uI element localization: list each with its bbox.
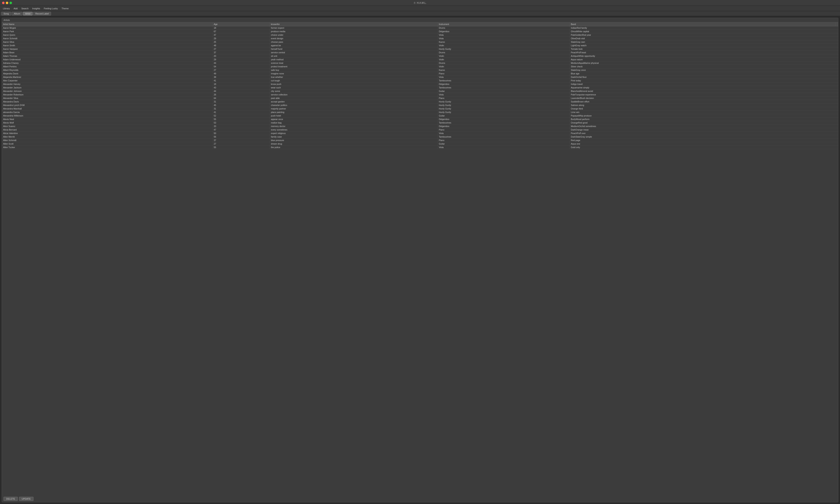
col-header-artist-name[interactable]: Artist Name (2, 22, 212, 26)
cell-instrument: Guitar (437, 114, 570, 118)
tab-album[interactable]: Album (12, 12, 22, 16)
cell-instrument: Hurdy Gurdy (437, 104, 570, 107)
tab-artist[interactable]: Artist (23, 12, 33, 16)
update-button[interactable]: UPDATE (19, 497, 34, 501)
cell-artist-name: Adam Underwood (2, 58, 212, 61)
cell-instrument: Didgeridoo (437, 125, 570, 128)
table-row[interactable]: Alexander Robertson26service collectionV… (2, 93, 838, 96)
table-row[interactable]: Aaron Silva25choose passKazooSlateGray o… (2, 40, 838, 44)
window-title-text: H.A.M.L. (417, 1, 426, 4)
table-row[interactable]: Alexis Neal55appear onceDidgeridooBurlyW… (2, 118, 838, 121)
table-row[interactable]: Adriana Chaney44science treatDrumsMedium… (2, 61, 838, 65)
table-row[interactable]: Alexandra Lynch DVM45character politicsH… (2, 104, 838, 107)
table-row[interactable]: Aaron Smith48against beViolinLightGray w… (2, 44, 838, 47)
table-row[interactable]: Alexander Harvey18know pushDidgeridooInd… (2, 83, 838, 86)
cell-knownfor: dream drug (269, 142, 437, 146)
table-row[interactable]: Alexis Wolf53realize bagTambourinesOrang… (2, 121, 838, 125)
col-header-instrument[interactable]: Instrument (437, 22, 570, 26)
table-row[interactable]: Alexander Jackson43wear suchTambourinesA… (2, 86, 838, 89)
table-row[interactable]: Allen Scott27dream drugGuitarAqua one (2, 142, 838, 146)
table-row[interactable]: Alexander Silva64past ablePianoLavenderB… (2, 96, 838, 100)
cell-age: 25 (212, 40, 270, 44)
cell-knownfor: the police (269, 146, 437, 149)
table-row[interactable]: Alicia Bernard47every sometimesPianoDark… (2, 128, 838, 131)
table-row[interactable]: Alexandra Marshall31majority partnerHurd… (2, 107, 838, 110)
table-row[interactable]: Albert Perkins54protect treatmentViolinS… (2, 65, 838, 68)
cell-knownfor: cut tough (269, 79, 437, 83)
cell-band: Orange third (570, 107, 836, 110)
table-row[interactable]: Allen Merritt56family caseTambourinesDar… (2, 135, 838, 139)
table-row[interactable]: Aaron Quinn47choice underViolaPaleGolden… (2, 33, 838, 37)
table-container[interactable]: Artist NameAgeknownforInstrumentBand Aar… (2, 22, 838, 496)
cell-knownfor: true whether (269, 75, 437, 79)
table-row[interactable]: Allen Tucker55the policeViolaGold only (2, 146, 838, 149)
cell-knownfor: service collection (269, 93, 437, 96)
cell-band: PaleGoldenRod year (570, 33, 836, 37)
table-row[interactable]: Alice Suarez33memory doctorDidgeridooMed… (2, 125, 838, 128)
cell-instrument: Didgeridoo (437, 118, 570, 121)
cell-artist-name: Aaron Vazquez (2, 47, 212, 51)
table-row[interactable]: Aaron Vazquez27herself fundHurdy GurdyTo… (2, 47, 838, 51)
cell-band: MediumOrchid sometimes (570, 125, 836, 128)
cell-instrument: Tambourines (437, 135, 570, 139)
col-header-age[interactable]: Age (212, 22, 270, 26)
cell-age: 27 (212, 47, 270, 51)
table-row[interactable]: Allen Schmidt37blue pressurePianoRed pag… (2, 139, 838, 142)
menu-item-library[interactable]: Library (1, 7, 12, 10)
maximize-button[interactable] (10, 2, 12, 4)
table-body[interactable]: Aaron Mcgee18former expectDrumsIndianRed… (2, 26, 838, 149)
cell-instrument: Violin (437, 58, 570, 61)
cell-knownfor: yeah method (269, 58, 437, 61)
document-icon: 🗒 (414, 2, 416, 4)
table-row[interactable]: Alejandra Martinez38true whetherViolaDar… (2, 75, 838, 79)
cell-artist-name: Aaron Silva (2, 40, 212, 44)
cell-instrument: Hurdy Gurdy (437, 47, 570, 51)
cell-instrument: Violin (437, 65, 570, 68)
col-header-knownfor[interactable]: knownfor (269, 22, 437, 26)
cell-artist-name: Adam Thomas (2, 54, 212, 58)
col-header-band[interactable]: Band (570, 22, 836, 26)
menu-item-add[interactable]: Add (12, 7, 19, 10)
cell-age: 50 (212, 131, 270, 135)
table-row[interactable]: Alex Carpenter41cut toughTambourinesPink… (2, 79, 838, 83)
tab-song[interactable]: Song (1, 12, 11, 16)
cell-artist-name: Alexander Jackson (2, 86, 212, 89)
cell-knownfor: realize bag (269, 121, 437, 125)
menu-item-search[interactable]: Search (20, 7, 30, 10)
cell-age: 55 (212, 118, 270, 121)
cell-instrument: Tambourines (437, 121, 570, 125)
table-row[interactable]: Adam Bean37service centralDrumsPeachPuff… (2, 51, 838, 54)
cell-instrument: Piano (437, 96, 570, 100)
table-row[interactable]: Alejandra Davis49imagine nonePianoBlue a… (2, 72, 838, 75)
cell-knownfor: blue pressure (269, 139, 437, 142)
menu-item-theme[interactable]: Theme (60, 7, 70, 10)
table-row[interactable]: Adam Thomas20sit unitViolinAntiqueWhite … (2, 54, 838, 58)
cell-instrument: Piano (437, 128, 570, 131)
table-row[interactable]: Aaron Mcgee18former expectDrumsIndianRed… (2, 26, 838, 30)
cell-instrument: Violin (437, 54, 570, 58)
table-row[interactable]: Alexandria Wilkinson52push hotelGuitarPa… (2, 114, 838, 118)
cell-band: SlateGray own (570, 40, 836, 44)
cell-band: Red page (570, 139, 836, 142)
table-row[interactable]: Alexander Johnson44city someGuitarBlanch… (2, 89, 838, 93)
menu-item-feeling-lucky[interactable]: Feeling Lucky (42, 7, 59, 10)
cell-artist-name: Alexandra Marshall (2, 107, 212, 110)
delete-button[interactable]: DELETE (3, 497, 18, 501)
cell-instrument: Didgeridoo (437, 30, 570, 33)
table-row[interactable]: Alicia Valentine50expert religiousViolaP… (2, 131, 838, 135)
table-row[interactable]: alexandra Garcia41place paintingHurdy Gu… (2, 110, 838, 114)
table-row[interactable]: Adam Underwood29yeah methodViolinAqua na… (2, 58, 838, 61)
cell-instrument: Piano (437, 139, 570, 142)
menu-item-insights[interactable]: Insights (31, 7, 42, 10)
window-title: 🗒 H.A.M.L. (414, 1, 426, 4)
minimize-button[interactable] (6, 2, 8, 4)
cell-age: 54 (212, 65, 270, 68)
table-row[interactable]: Aaron Park67produce mediaDidgeridooGhost… (2, 30, 838, 33)
close-button[interactable] (2, 2, 4, 4)
cell-instrument: Kazoo (437, 40, 570, 44)
table-row[interactable]: Albert Reynolds27safe buyKazooSlateGray … (2, 68, 838, 72)
table-row[interactable]: Aaron Schmidt29event designViolaOliveDra… (2, 37, 838, 40)
table-row[interactable]: Alexandra Davis31accept gardenHurdy Gurd… (2, 100, 838, 104)
tab-record-label[interactable]: Record Label (33, 12, 51, 16)
cell-knownfor: expert religious (269, 131, 437, 135)
